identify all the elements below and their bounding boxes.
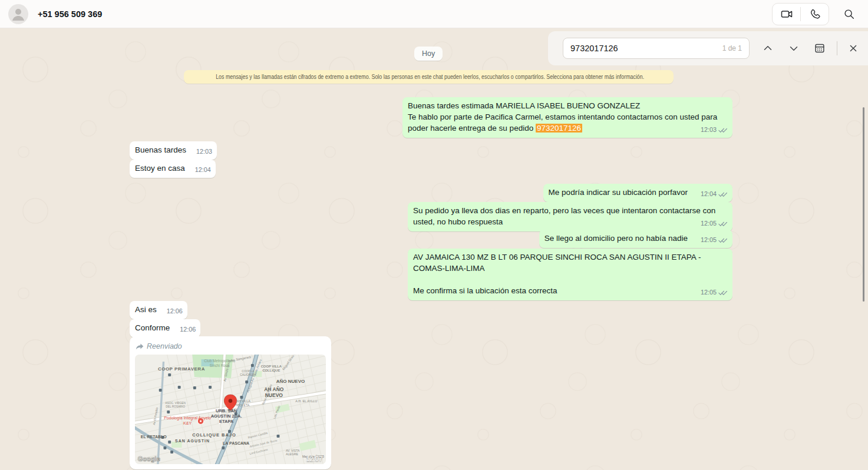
google-logo: Google — [138, 455, 160, 462]
location-map-thumbnail[interactable]: COOP PRIMAVERA Club Metropolitano Sinchi… — [135, 355, 326, 464]
message-meta: 12:04 — [701, 188, 728, 200]
message-text: Se llego al domicilio pero no había nadi… — [544, 234, 688, 243]
search-result-count: 1 de 1 — [722, 44, 742, 52]
call-button-group — [772, 3, 829, 25]
map-label: COLLIQUE BAJO — [192, 432, 236, 438]
map-label: AÑO NUEVO — [276, 379, 305, 385]
message-text: AV JAMAICA 130 MZ B LT 06 PARQUE SINCHI … — [413, 251, 727, 274]
forward-icon — [136, 343, 144, 350]
map-label: AV. VISTA ALEGRE — [286, 449, 303, 456]
search-by-date-button[interactable] — [810, 38, 830, 58]
message-time: 12:04 — [195, 164, 211, 176]
message-meta: 12:03 — [701, 124, 728, 135]
message-meta: 12:05 — [701, 218, 728, 229]
map-label: SAN AGUSTIN — [175, 439, 210, 443]
encryption-notice[interactable]: Los mensajes y las llamadas están cifrad… — [184, 70, 674, 84]
search-icon — [843, 8, 856, 21]
message-meta: 12:05 — [701, 234, 728, 246]
message-bubble: Buenas tardes 12:03 — [130, 141, 217, 160]
close-icon — [847, 42, 860, 55]
message-bubble: Buenas tardes estimada MARIELLA ISABEL B… — [402, 97, 732, 138]
encryption-notice-text: Los mensajes y las llamadas están cifrad… — [216, 74, 645, 80]
map-label: A.H. EL AYLLU — [295, 399, 317, 403]
message-time: 12:03 — [196, 146, 212, 157]
chat-header: +51 956 509 369 — [0, 0, 868, 28]
in-chat-search-panel: 1 de 1 — [548, 31, 868, 65]
double-check-icon — [718, 221, 728, 227]
blank-line — [413, 274, 727, 285]
message-meta: 12:06 — [180, 324, 196, 335]
map-label: AH VILLA VIOLETA — [236, 399, 254, 407]
message-text: Asi es — [135, 305, 157, 314]
whatsapp-chat-window: +51 956 509 369 — [0, 0, 868, 470]
message-text: Me podría indicar su ubicación porfavor — [549, 188, 688, 197]
video-call-button[interactable] — [773, 4, 800, 25]
close-search-button[interactable] — [843, 38, 863, 58]
avatar[interactable] — [8, 4, 28, 24]
message-bubble: Su pedido ya lleva dos dias en reparto, … — [408, 202, 732, 231]
calendar-search-icon — [813, 42, 826, 55]
map-label: COOP PRIMAVERA — [158, 366, 205, 372]
message-bubble: Se llego al domicilio pero no había nadi… — [539, 230, 732, 248]
message-time: 12:05 — [701, 234, 717, 246]
message-bubble: Asi es 12:06 — [130, 301, 187, 319]
map-label: EL RETABLO — [141, 435, 167, 439]
message-text: Estoy en casa — [135, 164, 185, 173]
message-text: Buenas tardes estimada MARIELLA ISABEL B… — [408, 100, 727, 111]
message-time: 12:07 — [306, 455, 322, 462]
voice-call-button[interactable] — [801, 4, 829, 25]
message-meta: 12:05 — [701, 287, 728, 298]
message-bubble: Me podría indicar su ubicación porfavor … — [543, 184, 732, 202]
message-meta: 12:06 — [167, 306, 183, 317]
double-check-icon — [718, 127, 728, 133]
map-label: ASOC. VIRGEN DEL ROSARIO — [164, 402, 187, 409]
message-meta: 12:03 — [196, 146, 212, 157]
map-label: COOP LA CALICHERA — [238, 370, 258, 377]
message-time: 12:04 — [701, 188, 717, 200]
message-time: 12:05 — [701, 218, 717, 229]
map-label: Podología Integral Anyelo K&Y — [160, 416, 215, 426]
message-bubble: AV JAMAICA 130 MZ B LT 06 PARQUE SINCHI … — [408, 249, 732, 300]
message-text: Conforme — [135, 323, 170, 332]
message-time: 12:06 — [167, 306, 183, 317]
person-icon — [8, 4, 28, 24]
search-match-highlight: 9732017126 — [536, 124, 582, 133]
message-bubble: Estoy en casa 12:04 — [130, 160, 216, 178]
double-check-icon — [718, 290, 728, 296]
search-input[interactable] — [570, 44, 722, 53]
forwarded-label: Reenviado — [136, 342, 326, 350]
message-bubble-location: Reenviado — [130, 336, 331, 469]
search-in-chat-button[interactable] — [839, 4, 860, 25]
date-separator: Hoy — [414, 47, 443, 61]
chevron-up-icon — [761, 42, 774, 55]
voice-call-icon — [808, 8, 821, 21]
message-time: 12:05 — [701, 287, 717, 298]
message-bubble: Conforme 12:06 — [130, 319, 200, 337]
header-actions — [772, 3, 860, 25]
message-time: 12:06 — [180, 324, 196, 335]
double-check-icon — [718, 237, 728, 243]
message-text: Buenas tardes — [135, 145, 186, 154]
message-meta: 12:04 — [195, 164, 211, 176]
message-text: Me confirma si la ubicación esta correct… — [413, 285, 727, 296]
video-call-icon — [780, 7, 794, 21]
divider — [837, 41, 837, 55]
search-next-button[interactable] — [784, 38, 804, 58]
message-text: Su pedido ya lleva dos dias en reparto, … — [413, 206, 715, 226]
search-previous-button[interactable] — [758, 38, 778, 58]
chevron-down-icon — [787, 42, 800, 55]
chat-title[interactable]: +51 956 509 369 — [38, 9, 102, 19]
message-time: 12:03 — [701, 124, 717, 135]
scrollbar-thumb[interactable] — [863, 107, 864, 302]
double-check-icon — [718, 191, 728, 197]
map-label: LA PASCANA — [223, 441, 249, 446]
search-box: 1 de 1 — [563, 38, 750, 59]
message-text: Te hablo por parte de Pacifica Carmel, e… — [408, 111, 727, 134]
chat-area: 1 de 1 — [0, 28, 868, 470]
